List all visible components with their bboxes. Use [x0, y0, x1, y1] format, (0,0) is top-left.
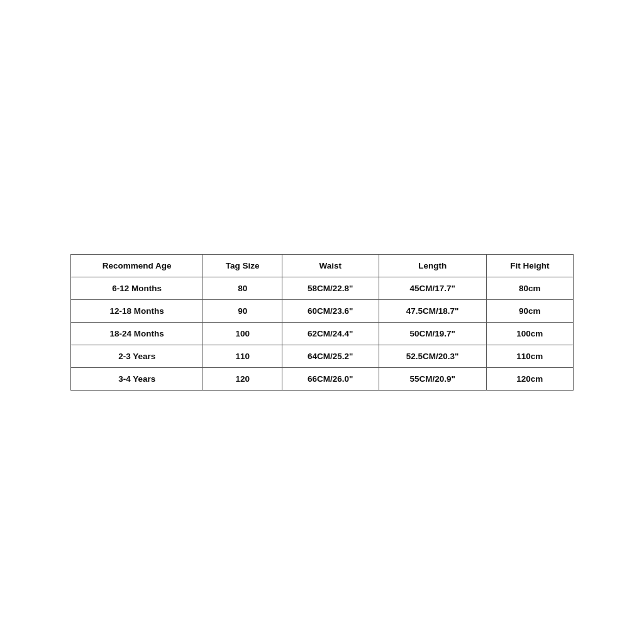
table-row: 2-3 Years11064CM/25.2"52.5CM/20.3"110cm: [71, 345, 574, 367]
table-column-header: Length: [379, 254, 486, 277]
table-cell: 58CM/22.8": [282, 277, 379, 299]
table-column-header: Fit Height: [486, 254, 573, 277]
table-row: 3-4 Years12066CM/26.0"55CM/20.9"120cm: [71, 367, 574, 390]
table-cell: 62CM/24.4": [282, 322, 379, 345]
table-cell: 55CM/20.9": [379, 367, 486, 390]
table-cell: 47.5CM/18.7": [379, 299, 486, 322]
table-cell: 18-24 Months: [71, 322, 203, 345]
table-cell: 45CM/17.7": [379, 277, 486, 299]
table-cell: 100cm: [486, 322, 573, 345]
table-cell: 80: [203, 277, 282, 299]
table-cell: 110cm: [486, 345, 573, 367]
table-header-row: Recommend AgeTag SizeWaistLengthFit Heig…: [71, 254, 574, 277]
table-cell: 12-18 Months: [71, 299, 203, 322]
table-cell: 60CM/23.6": [282, 299, 379, 322]
size-chart-container: Recommend AgeTag SizeWaistLengthFit Heig…: [70, 254, 574, 391]
table-cell: 66CM/26.0": [282, 367, 379, 390]
table-cell: 110: [203, 345, 282, 367]
table-body: 6-12 Months8058CM/22.8"45CM/17.7"80cm12-…: [71, 277, 574, 390]
table-cell: 2-3 Years: [71, 345, 203, 367]
table-cell: 3-4 Years: [71, 367, 203, 390]
table-cell: 120cm: [486, 367, 573, 390]
table-cell: 90: [203, 299, 282, 322]
table-cell: 100: [203, 322, 282, 345]
table-column-header: Waist: [282, 254, 379, 277]
table-row: 12-18 Months9060CM/23.6"47.5CM/18.7"90cm: [71, 299, 574, 322]
table-row: 18-24 Months10062CM/24.4"50CM/19.7"100cm: [71, 322, 574, 345]
table-cell: 90cm: [486, 299, 573, 322]
table-cell: 64CM/25.2": [282, 345, 379, 367]
table-row: 6-12 Months8058CM/22.8"45CM/17.7"80cm: [71, 277, 574, 299]
table-cell: 80cm: [486, 277, 573, 299]
table-cell: 50CM/19.7": [379, 322, 486, 345]
table-column-header: Recommend Age: [71, 254, 203, 277]
table-cell: 52.5CM/20.3": [379, 345, 486, 367]
table-cell: 6-12 Months: [71, 277, 203, 299]
size-chart-table: Recommend AgeTag SizeWaistLengthFit Heig…: [70, 254, 574, 391]
table-column-header: Tag Size: [203, 254, 282, 277]
table-cell: 120: [203, 367, 282, 390]
